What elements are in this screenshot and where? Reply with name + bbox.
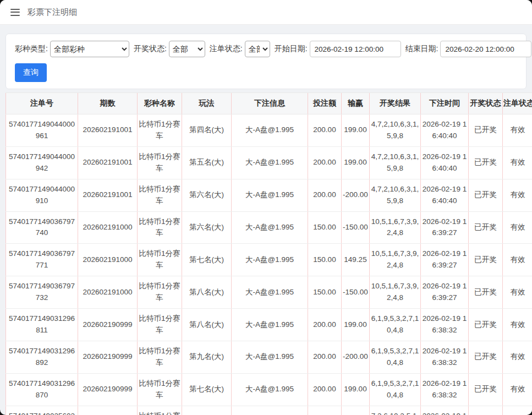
cell-bet-amount: 200.00: [308, 309, 342, 341]
cell-play-type: 第六名(大): [182, 211, 232, 244]
cell-period: 202602190999: [78, 309, 138, 341]
query-button[interactable]: 查询: [15, 63, 47, 82]
cell-bet-id: 5740177149036797771: [6, 244, 78, 276]
cell-bet-amount: 200.00: [308, 114, 342, 147]
cell-bet-info: 大-A盘@1.995: [232, 341, 308, 373]
table-row: 5740177149044000961202602191001比特币1分赛车第四…: [6, 114, 532, 147]
cell-bet-amount: 200.00: [308, 179, 342, 211]
cell-bet-id: 5740177149031296870: [6, 373, 78, 406]
cell-draw-status: 已开奖: [469, 406, 503, 415]
cell-bet-info: 大-A盘@1.995: [232, 211, 308, 244]
cell-bet-info: 大-A盘@1.995: [232, 406, 308, 415]
cell-period: 202602191000: [78, 276, 138, 309]
end-date-input[interactable]: [440, 41, 531, 57]
cell-bet-id: 5740177149031296892: [6, 341, 78, 373]
table-row: 5740177149031296892202602190999比特币1分赛车第九…: [6, 341, 532, 373]
cell-win-loss: -200.00: [342, 179, 370, 211]
bets-table: 注单号期数彩种名称玩法下注信息投注额输赢开奖结果下注时间开奖状态注单状态 574…: [6, 92, 532, 415]
column-header-draw-result: 开奖结果: [370, 93, 421, 114]
cell-draw-result: 7,3,6,10,2,5,1,4,9,8: [370, 406, 421, 415]
cell-period: 202602191000: [78, 211, 138, 244]
table-row: 5740177149036797732202602191000比特币1分赛车第八…: [6, 276, 532, 309]
column-header-bet-amount: 投注额: [308, 93, 342, 114]
cell-lottery-name: 比特币1分赛车: [138, 146, 182, 179]
cell-order-status: 有效: [503, 146, 532, 179]
cell-bet-id: 5740177149031296811: [6, 309, 78, 341]
cell-bet-time: 2026-02-19 16:37:36: [421, 406, 469, 415]
order-status-select[interactable]: 全部: [245, 41, 270, 57]
cell-draw-status: 已开奖: [469, 276, 503, 309]
cell-win-loss: -200.00: [342, 341, 370, 373]
cell-bet-id: 5740177149036797732: [6, 276, 78, 309]
cell-draw-result: 6,1,9,5,3,2,7,10,4,8: [370, 309, 421, 341]
lottery-type-select[interactable]: 全部彩种: [50, 41, 129, 57]
cell-lottery-name: 比特币1分赛车: [138, 244, 182, 276]
cell-win-loss: 199.00: [342, 146, 370, 179]
cell-draw-status: 已开奖: [469, 114, 503, 147]
column-header-bet-time: 下注时间: [421, 93, 469, 114]
cell-period: 202602191001: [78, 179, 138, 211]
cell-bet-time: 2026-02-19 16:40:40: [421, 114, 469, 147]
cell-bet-amount: 150.00: [308, 276, 342, 309]
page-title: 彩票下注明细: [28, 7, 77, 18]
cell-order-status: 有效: [503, 179, 532, 211]
cell-bet-amount: 150.00: [308, 244, 342, 276]
cell-lottery-name: 比特币1分赛车: [138, 406, 182, 415]
cell-draw-result: 4,7,2,10,6,3,1,5,9,8: [370, 146, 421, 179]
cell-play-type: 第七名(大): [182, 373, 232, 406]
table-row: 5740177149044000910202602191001比特币1分赛车第六…: [6, 179, 532, 211]
cell-lottery-name: 比特币1分赛车: [138, 114, 182, 147]
filter-panel: 彩种类型: 全部彩种 开奖状态: 全部 注单状态: 全部 开始日期:: [6, 34, 526, 89]
cell-bet-info: 大-A盘@1.995: [232, 114, 308, 147]
cell-draw-status: 已开奖: [469, 179, 503, 211]
cell-draw-status: 已开奖: [469, 341, 503, 373]
cell-bet-info: 大-A盘@1.995: [232, 179, 308, 211]
cell-draw-result: 4,7,2,10,6,3,1,5,9,8: [370, 179, 421, 211]
cell-win-loss: 199.00: [342, 114, 370, 147]
cell-bet-time: 2026-02-19 16:40:40: [421, 146, 469, 179]
cell-order-status: 有效: [503, 276, 532, 309]
cell-draw-result: 10,5,1,6,7,3,9,2,4,8: [370, 244, 421, 276]
cell-play-type: 第六名(大): [182, 179, 232, 211]
start-date-label: 开始日期:: [275, 44, 308, 54]
column-header-order-status: 注单状态: [503, 93, 532, 114]
cell-order-status: 有效: [503, 244, 532, 276]
lottery-type-label: 彩种类型:: [15, 44, 48, 54]
draw-status-label: 开奖状态:: [134, 44, 167, 54]
cell-draw-status: 已开奖: [469, 373, 503, 406]
cell-bet-id: 5740177149025603371: [6, 406, 78, 415]
top-bar: 彩票下注明细: [0, 0, 532, 25]
cell-win-loss: 199.00: [342, 309, 370, 341]
cell-draw-status: 已开奖: [469, 146, 503, 179]
cell-bet-time: 2026-02-19 16:40:40: [421, 179, 469, 211]
cell-draw-result: 10,5,1,6,7,3,9,2,4,8: [370, 276, 421, 309]
column-header-bet-info: 下注信息: [232, 93, 308, 114]
cell-bet-info: 大-A盘@1.995: [232, 373, 308, 406]
order-status-label: 注单状态:: [210, 44, 243, 54]
cell-play-type: 第八名(大): [182, 309, 232, 341]
cell-play-type: 第七名(大): [182, 244, 232, 276]
cell-bet-id: 5740177149044000961: [6, 114, 78, 147]
draw-status-select[interactable]: 全部: [169, 41, 205, 57]
end-date-label: 结束日期:: [405, 44, 438, 54]
cell-bet-time: 2026-02-19 16:39:27: [421, 211, 469, 244]
app-window: 彩票下注明细 彩种类型: 全部彩种 开奖状态: 全部 注单状态: 全部: [0, 0, 532, 415]
start-date-input[interactable]: [310, 41, 401, 57]
hamburger-menu-icon[interactable]: [10, 9, 20, 16]
cell-play-type: 第五名(大): [182, 146, 232, 179]
table-row: 5740177149044000942202602191001比特币1分赛车第五…: [6, 146, 532, 179]
cell-order-status: 有效: [503, 373, 532, 406]
cell-lottery-name: 比特币1分赛车: [138, 373, 182, 406]
cell-lottery-name: 比特币1分赛车: [138, 309, 182, 341]
cell-period: 202602190999: [78, 341, 138, 373]
cell-bet-id: 5740177149044000910: [6, 179, 78, 211]
cell-bet-time: 2026-02-19 16:39:27: [421, 244, 469, 276]
column-header-play-type: 玩法: [182, 93, 232, 114]
cell-draw-status: 已开奖: [469, 211, 503, 244]
cell-bet-id: 5740177149036797740: [6, 211, 78, 244]
cell-order-status: 有效: [503, 406, 532, 415]
cell-draw-result: 6,1,9,5,3,2,7,10,4,8: [370, 341, 421, 373]
cell-lottery-name: 比特币1分赛车: [138, 211, 182, 244]
cell-order-status: 有效: [503, 341, 532, 373]
cell-bet-id: 5740177149044000942: [6, 146, 78, 179]
